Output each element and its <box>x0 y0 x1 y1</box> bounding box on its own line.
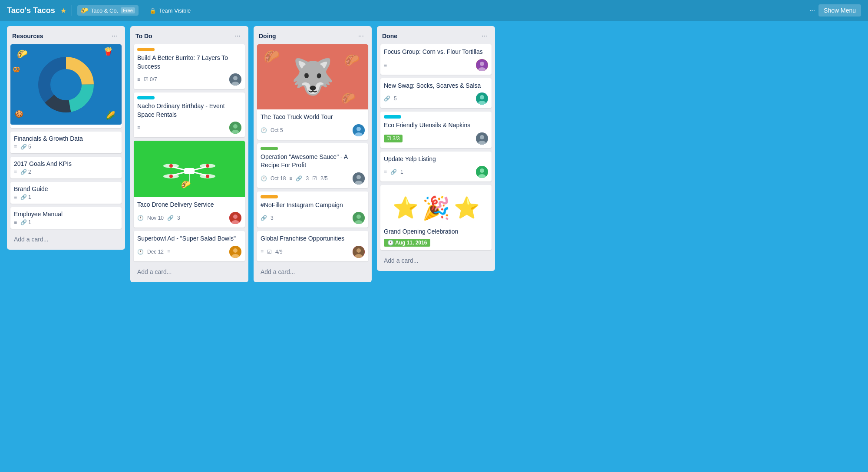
card-title: New Swag: Socks, Scarves & Salsa <box>384 82 488 90</box>
card-birthday[interactable]: Nacho Ordinary Birthday - Event Space Re… <box>134 92 245 137</box>
svg-point-30 <box>233 248 238 253</box>
card-meta: 🕐 Dec 12 ≡ <box>137 249 170 255</box>
card-grandopening[interactable]: ⭐ 🎉 ⭐ Grand Opening Celebration 🕐 Aug 11… <box>380 185 492 250</box>
add-card-button-done[interactable]: Add a card... <box>380 254 492 267</box>
svg-point-4 <box>51 70 81 99</box>
avatar <box>476 59 488 71</box>
column-todo: To Do ··· Build A Better Burrito: 7 Laye… <box>130 26 248 282</box>
card-franchise[interactable]: Global Franchise Opportunities ≡ ☑ 4/9 <box>257 231 368 261</box>
card-meta: ≡ 🔗 1 <box>384 169 403 175</box>
card-financials[interactable]: Financials & Growth Data ≡ 🔗 5 <box>10 132 122 153</box>
svg-point-54 <box>480 168 484 173</box>
celebration-image: ⭐ 🎉 ⭐ <box>384 188 488 228</box>
column-header-doing: Doing ··· <box>257 30 368 44</box>
lock-icon: 🔒 <box>149 7 156 14</box>
donut-svg <box>36 54 96 115</box>
card-brand[interactable]: Brand Guide ≡ 🔗 1 <box>10 182 122 204</box>
svg-point-20 <box>169 164 173 168</box>
svg-point-36 <box>356 175 361 179</box>
card-meta: ≡ 🔗 1 <box>14 194 118 200</box>
card-footer: 🔗 3 <box>261 212 365 224</box>
card-burrito[interactable]: Build A Better Burrito: 7 Layers To Succ… <box>134 44 245 89</box>
card-meta: ≡ ☑ 0/7 <box>137 76 157 83</box>
avatar-img <box>476 132 488 145</box>
clock-icon: 🕐 <box>261 127 267 133</box>
card-footer: 🕐 Oct 5 <box>261 124 365 136</box>
checklist-icon: ☑ <box>267 249 272 255</box>
add-card-button-doing[interactable]: Add a card... <box>257 265 368 279</box>
checklist-icon: ☑ <box>312 175 317 182</box>
card-footer: ≡ ☑ 0/7 <box>137 73 241 86</box>
column-title-doing: Doing <box>259 33 276 40</box>
column-menu-button-doing[interactable]: ··· <box>356 31 366 41</box>
bg-taco-1: 🌮 <box>264 49 280 64</box>
avatar-img <box>476 59 488 71</box>
attachment-count: 3 <box>177 215 180 221</box>
card-meta: 🕐 Nov 10 🔗 3 <box>137 215 180 221</box>
card-yelp[interactable]: Update Yelp Listing ≡ 🔗 1 <box>380 152 492 182</box>
avatar-img <box>229 73 241 86</box>
card-meta: 🕐 Oct 5 <box>261 127 283 133</box>
avatar-img <box>229 212 241 224</box>
workspace-icon: 🌮 <box>81 7 88 14</box>
card-focusgroup[interactable]: Focus Group: Corn vs. Flour Tortillas ≡ <box>380 44 492 75</box>
label-cyan <box>137 96 155 99</box>
svg-text:🌮: 🌮 <box>181 180 191 189</box>
card-swag[interactable]: New Swag: Socks, Scarves & Salsa 🔗 5 <box>380 78 492 109</box>
show-menu-button[interactable]: Show Menu <box>818 4 861 17</box>
card-footer: ☑ 3/3 <box>384 132 488 145</box>
add-card-button-resources[interactable]: Add a card... <box>10 232 122 246</box>
avatar-img <box>229 246 241 258</box>
add-card-button-todo[interactable]: Add a card... <box>134 265 245 279</box>
card-employee[interactable]: Employee Manual ≡ 🔗 1 <box>10 207 122 229</box>
card-title: Update Yelp Listing <box>384 155 488 164</box>
svg-point-23 <box>206 175 209 178</box>
header-divider <box>72 5 72 16</box>
attachment-count: 🔗 1 <box>20 219 31 225</box>
card-title: The Taco Truck World Tour <box>261 113 365 122</box>
avatar <box>476 132 488 145</box>
column-menu-button-todo[interactable]: ··· <box>232 31 243 41</box>
avatar <box>229 212 241 224</box>
svg-point-42 <box>356 248 361 253</box>
star-icon[interactable]: ★ <box>60 7 66 15</box>
column-menu-button-resources[interactable]: ··· <box>109 31 120 41</box>
card-awesomesauce[interactable]: Operation "Awesome Sauce" - A Recipe For… <box>257 143 368 188</box>
description-icon: ≡ <box>289 175 292 182</box>
card-utensils[interactable]: Eco Friendly Utensils & Napkins ☑ 3/3 <box>380 112 492 148</box>
column-doing: Doing ··· 🐺 🌮 🌮 🌮 The Taco Truck World T… <box>254 26 372 282</box>
card-meta: ☑ 3/3 <box>384 135 403 142</box>
header-right: ··· Show Menu <box>809 4 861 17</box>
date-badge: 🕐 Aug 11, 2016 <box>384 239 430 247</box>
attachment-icon: 🔗 <box>261 215 267 221</box>
card-instagram[interactable]: #NoFiller Instagram Campaign 🔗 3 <box>257 191 368 228</box>
card-footer: 🔗 5 <box>384 92 488 105</box>
label-orange <box>261 195 278 198</box>
clock-icon: 🕐 <box>387 240 394 246</box>
description-icon: ≡ <box>14 219 17 225</box>
column-done: Done ··· Focus Group: Corn vs. Flour Tor… <box>377 26 495 271</box>
description-icon: ≡ <box>137 76 140 83</box>
avatar-img <box>353 172 365 185</box>
card-footer: ≡ <box>384 59 488 71</box>
attachment-icon: 🔗 <box>20 219 27 225</box>
column-menu-button-done[interactable]: ··· <box>479 31 490 41</box>
card-meta: ≡ <box>384 62 387 68</box>
card-title: Focus Group: Corn vs. Flour Tortillas <box>384 48 488 56</box>
donut-chart-card[interactable]: 🌮 🍟 🍪 🌽 🥨 <box>10 44 122 128</box>
card-footer: 🕐 Oct 18 ≡ 🔗 3 ☑ 2/5 <box>261 172 365 185</box>
avatar <box>353 124 365 136</box>
card-title: Brand Guide <box>14 185 118 192</box>
date: Nov 10 <box>147 215 164 221</box>
card-footer: 🕐 Aug 11, 2016 <box>384 239 488 247</box>
card-goals[interactable]: 2017 Goals And KPIs ≡ 🔗 2 <box>10 157 122 178</box>
card-trucktour[interactable]: 🐺 🌮 🌮 🌮 The Taco Truck World Tour 🕐 Oct … <box>257 44 368 140</box>
svg-point-22 <box>206 164 209 168</box>
app-header: Taco's Tacos ★ 🌮 Taco & Co. Free 🔒 Team … <box>0 0 868 21</box>
column-header-done: Done ··· <box>380 30 492 44</box>
workspace-selector[interactable]: 🌮 Taco & Co. Free <box>77 5 139 16</box>
card-drone[interactable]: 🌮 Taco Drone Delivery Service 🕐 Nov 10 🔗… <box>134 141 245 228</box>
card-superbowl[interactable]: Superbowl Ad - "Super Salad Bowls" 🕐 Dec… <box>134 231 245 261</box>
date: Oct 5 <box>271 127 283 133</box>
svg-point-33 <box>356 127 361 131</box>
